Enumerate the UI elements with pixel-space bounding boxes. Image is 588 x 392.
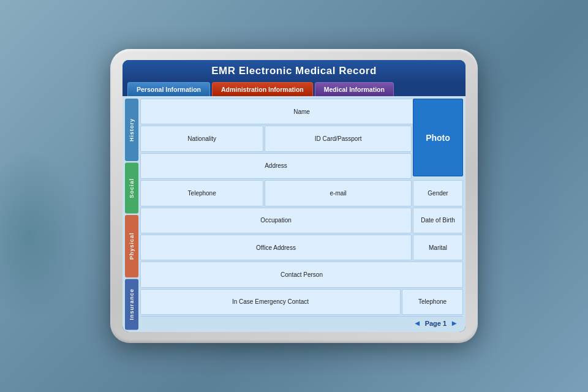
page-title: EMR Electronic Medical Record	[130, 65, 458, 77]
prev-page-button[interactable]: ◄	[413, 318, 421, 328]
tab-row: Personal Information Administration Info…	[123, 82, 466, 96]
field-gender[interactable]: Gender	[413, 180, 463, 206]
sidebar: History Social Physical Insurance	[125, 99, 138, 330]
tab-medical[interactable]: Medical Information	[315, 82, 394, 96]
field-id-card[interactable]: ID Card/Passport	[265, 126, 412, 151]
footer: ◄ Page 1 ►	[140, 316, 463, 330]
field-photo: Photo	[413, 99, 463, 176]
form-row-emergency: In Case Emergency Contact Telephone	[140, 289, 463, 315]
field-address[interactable]: Address	[140, 153, 412, 179]
tablet-screen: EMR Electronic Medical Record Personal I…	[123, 60, 466, 332]
form-row-office: Office Address Marital	[140, 235, 463, 260]
form-row-name: Name Photo	[140, 99, 463, 124]
title-bar: EMR Electronic Medical Record	[123, 60, 466, 82]
field-contact-person[interactable]: Contact Person	[140, 262, 463, 287]
form-row-contact: Contact Person	[140, 262, 463, 287]
content-area: History Social Physical Insurance Name	[123, 96, 466, 332]
form-row-telephone: Telephone e-mail Gender	[140, 180, 463, 206]
field-occupation[interactable]: Occupation	[140, 208, 412, 233]
sidebar-section-social[interactable]: Social	[125, 162, 138, 213]
field-dob[interactable]: Date of Birth	[413, 208, 463, 233]
sidebar-section-insurance[interactable]: Insurance	[125, 279, 138, 330]
field-office-address[interactable]: Office Address	[140, 235, 412, 260]
sidebar-section-history[interactable]: History	[125, 99, 138, 161]
field-emergency-contact[interactable]: In Case Emergency Contact	[140, 289, 401, 315]
field-telephone[interactable]: Telephone	[140, 180, 263, 206]
tab-personal[interactable]: Personal Information	[127, 82, 210, 96]
field-emergency-telephone[interactable]: Telephone	[402, 289, 463, 315]
field-nationality[interactable]: Nationality	[140, 126, 263, 151]
field-marital[interactable]: Marital	[413, 235, 463, 260]
sidebar-section-physical[interactable]: Physical	[125, 215, 138, 277]
pagination: ◄ Page 1 ►	[413, 318, 458, 328]
tablet-device: EMR Electronic Medical Record Personal I…	[110, 49, 478, 343]
form-grid: Name Photo Nationality ID Card/Passport	[140, 99, 463, 330]
field-email[interactable]: e-mail	[265, 180, 412, 206]
tab-admin[interactable]: Administration Information	[212, 82, 313, 96]
form-row-occupation: Occupation Date of Birth	[140, 208, 463, 233]
page-label: Page 1	[425, 320, 447, 327]
next-page-button[interactable]: ►	[450, 318, 458, 328]
